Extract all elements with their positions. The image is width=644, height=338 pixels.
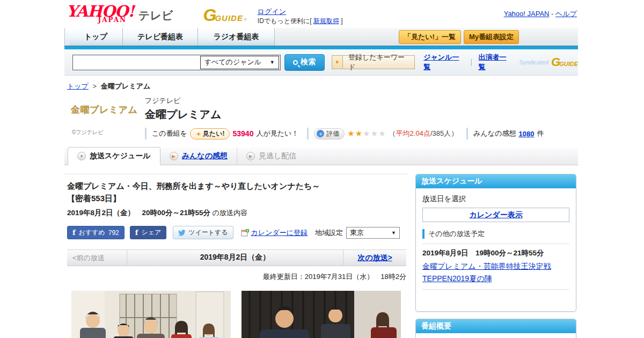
gguide-logo: G GUIDE ® [203,7,247,23]
tab-label: みんなの感想 [182,151,228,161]
other-broadcasts-header: その他の放送予定 [422,229,569,239]
registered-keywords-button[interactable]: ▼ 登録したキーワード [332,55,415,69]
star-icon: ★ [371,129,378,138]
mitai-button[interactable]: ＋ 見たい! [190,128,230,139]
gguide-small-logo: G GUIDE [551,57,578,68]
tab-label: 放送スケジュール [90,151,151,161]
login-note: IDでもっと便利に[ [258,17,312,25]
calendar-display-link: カレンダー表示 [469,210,522,219]
program-title: 金曜プレミアム [145,107,578,122]
mitai-pre-label: この番組を [152,129,187,138]
next-broadcast-title-link[interactable]: 金曜プレミアム・芸能界特技王決定戦TEPPEN2019夏の陣 [422,260,569,285]
next-broadcast-datetime: 2019年8月9日 19時00分～21時55分 [422,248,569,258]
genre-list-link[interactable]: ジャンル一覧 [423,53,464,72]
program-overview-box: 番組概要 金曜プレミアム レギュラー放送：金曜 20時00分～21時55分 [415,319,576,338]
tab-everyones-reviews[interactable]: ▶ みんなの感想 [160,148,237,165]
divider [422,244,569,244]
register-link[interactable]: 新規取得 [313,17,339,25]
gguide-word: GUIDE [215,13,243,23]
add-to-calendar[interactable]: カレンダーに登録 [241,228,308,238]
reviews-label: みんなの感想 [473,129,516,138]
star-icon: ★ [355,129,363,138]
reviews-stat: みんなの感想 1080 件 [466,128,544,139]
select-date-label: 放送日を選択 [422,194,569,204]
tweet-button[interactable]: ツイートする [173,226,233,239]
episode-title: 金曜プレミアム・今日、刑務所を出ます～やり直したいオンナたち～【密着553日】 [67,180,324,205]
keywords-dropdown-icon: ▼ [332,56,343,69]
plus-icon: ＋ [317,130,324,137]
region-select[interactable]: 東京 ▼ [346,227,400,239]
schedule-box-header: 放送スケジュール [416,174,576,188]
yahoo-japan-logo[interactable]: YAHOO! JAPAN [67,4,134,24]
play-circle-icon: ▶ [246,152,255,160]
keywords-button-label: 登録したキーワード [343,53,414,72]
yahoo-japan-link[interactable]: Yahoo! JAPAN [504,10,550,18]
rating-stat: ＋ 評価 ★★★★★ （平均2.04点/385人） [307,128,458,139]
rating-stars: ★★★★★ [347,129,386,138]
logo-copyright: ©フジテレビ [71,129,137,136]
program-logo-block: 金曜プレミアム ©フジテレビ [71,96,137,139]
header-utility-links: Yahoo! JAPAN - ヘルプ [504,4,577,19]
reviews-count-link[interactable]: 1080 [518,130,534,138]
syndicated-label: Syndicated [519,59,548,65]
facebook-recommend-button[interactable]: f おすすめ 792 [67,226,125,239]
mitai-list-button[interactable]: 「見たい!」一覧 [399,30,461,44]
search-bar: すべてのジャンル ▼ 検索 ▼ 登録したキーワード ジャンル一覧 ｜ 出演者一覧… [64,49,578,76]
rate-button[interactable]: ＋ 評価 [314,128,345,139]
login-link[interactable]: ログイン [258,8,286,16]
page: YAHOO! JAPAN テレビ G GUIDE ® ログイン IDでもっと便利… [0,0,644,338]
next-broadcast-link[interactable]: 次の放送> [343,250,406,266]
fb-recommend-label: おすすめ [79,228,105,237]
nav-tab-radio-listings[interactable]: ラジオ番組表 [198,28,275,46]
tab-missed-broadcast[interactable]: ▶ 見逃し配信 [237,148,305,165]
genre-select[interactable]: すべてのジャンル ▼ [200,56,279,69]
tab-broadcast-schedule[interactable]: ▼ 放送スケジュール [68,147,160,165]
reviews-unit: 件 [537,129,544,138]
program-header: 金曜プレミアム ©フジテレビ フジテレビ 金曜プレミアム この番組を ＋ 見たい… [64,96,578,139]
nav-edge [64,28,69,46]
twitter-icon [178,230,186,236]
region-label: 地域設定 [315,228,343,238]
section-tabs: ▼ 放送スケジュール ▶ みんなの感想 ▶ 見逃し配信 [64,148,578,165]
chevron-down-icon: ▼ [270,60,275,65]
episode-photo-2 [241,291,401,338]
chevron-down-icon: ▼ [391,230,396,236]
program-stats: この番組を ＋ 見たい! 53940 人が見たい！ ＋ 評価 ★★★ [145,128,578,139]
tweet-label: ツイートする [188,228,228,237]
nav-tab-tv-listings[interactable]: テレビ番組表 [123,28,198,46]
service-name: テレビ [138,8,173,23]
breadcrumb: トップ > 金曜プレミアム [64,82,578,91]
mitai-count: 53940 [232,129,253,138]
performer-list-link[interactable]: 出演者一覧 [479,53,512,72]
previous-broadcast-button[interactable]: <前の放送 [67,250,127,266]
mitai-stat: この番組を ＋ 見たい! 53940 人が見たい！ [145,128,298,139]
link-separator: - [551,10,553,18]
search-links: ジャンル一覧 ｜ 出演者一覧 [423,53,511,72]
gguide-word: GUIDE [559,61,578,67]
program-logo-image: 金曜プレミアム [71,104,137,116]
mitai-button-label: 見たい! [203,129,225,138]
my-schedule-button[interactable]: My番組表設定 [464,30,519,44]
last-updated: 最終更新日：2019年7月31日（水） 18時2分 [67,272,406,282]
rating-average-value: 平均2.04点 [396,129,430,137]
program-info: フジテレビ 金曜プレミアム この番組を ＋ 見たい! 53940 人が見たい！ [145,96,578,139]
next-broadcast-label: 次の放送> [357,253,392,262]
facebook-share-button[interactable]: f シェア [130,226,166,239]
social-row: f おすすめ 792 f シェア ツイートする カレンダーに登録 [67,226,406,239]
help-link[interactable]: ヘルプ [555,10,577,18]
episode-content: 金曜プレミアム・今日、刑務所を出ます～やり直したいオンナたち～【密着553日】 … [64,174,408,338]
search-button[interactable]: 検索 [284,54,325,71]
rate-button-label: 評価 [326,129,339,138]
divider [422,289,569,290]
search-input[interactable] [73,55,207,70]
breadcrumb-home-link[interactable]: トップ [67,82,89,90]
sidebar: 放送スケジュール 放送日を選択 カレンダー表示 その他の放送予定 2019年8月… [415,174,576,338]
nav-buttons: 「見たい!」一覧 My番組表設定 [399,28,519,46]
login-block: ログイン IDでもっと便利に[ 新規取得 ] [258,7,343,26]
main-nav: トップ テレビ番組表 ラジオ番組表 「見たい!」一覧 My番組表設定 [64,28,578,46]
calendar-display-button[interactable]: カレンダー表示 [422,208,569,222]
mitai-post-label: 人が見たい！ [256,129,298,138]
search-icon [293,60,298,65]
facebook-icon: f [72,229,76,237]
nav-tab-top[interactable]: トップ [69,28,123,46]
